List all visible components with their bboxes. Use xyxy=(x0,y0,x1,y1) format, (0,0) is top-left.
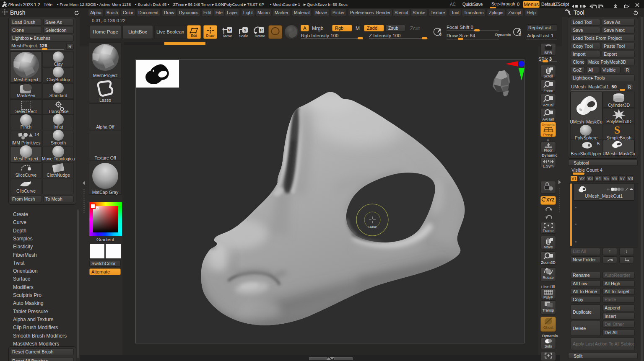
svg-text:+MASK: +MASK xyxy=(368,226,377,229)
svg-text:Draw: Draw xyxy=(206,34,215,38)
svg-text:M: M xyxy=(228,28,231,32)
svg-text:S: S xyxy=(244,28,246,32)
svg-text:S: S xyxy=(439,32,442,36)
svg-text:Move: Move xyxy=(223,34,232,38)
svg-text:R: R xyxy=(260,28,263,32)
svg-text:Scale: Scale xyxy=(239,34,248,38)
svg-text:S: S xyxy=(614,124,620,136)
svg-text:XYZ: XYZ xyxy=(546,198,554,202)
svg-text:D: D xyxy=(519,32,521,36)
svg-text:Rotate: Rotate xyxy=(254,34,265,38)
svg-text:Edit: Edit xyxy=(191,34,197,38)
